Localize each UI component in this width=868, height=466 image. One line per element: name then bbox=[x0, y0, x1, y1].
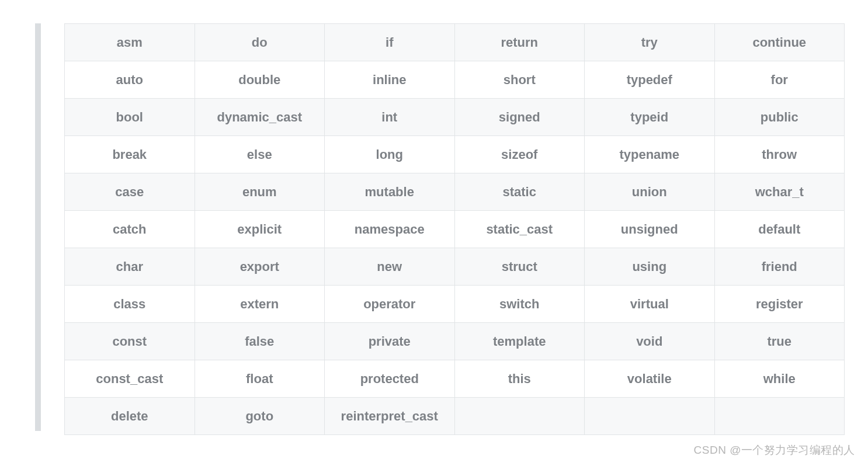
table-row: const false private template void true bbox=[65, 323, 845, 360]
table-cell: public bbox=[714, 99, 845, 136]
table-cell: enum bbox=[195, 173, 325, 211]
table-cell: signed bbox=[454, 99, 585, 136]
table-cell: virtual bbox=[585, 286, 715, 323]
quote-bar bbox=[35, 23, 41, 431]
keywords-table: asm do if return try continue auto doubl… bbox=[64, 23, 845, 435]
table-cell: typeid bbox=[585, 99, 715, 136]
table-row: bool dynamic_cast int signed typeid publ… bbox=[65, 99, 845, 136]
table-cell: template bbox=[454, 323, 585, 360]
table-cell: auto bbox=[65, 61, 195, 99]
table-cell: sizeof bbox=[454, 136, 585, 173]
keywords-table-container: asm do if return try continue auto doubl… bbox=[64, 23, 845, 435]
table-cell: goto bbox=[195, 398, 325, 435]
table-cell: this bbox=[454, 360, 585, 398]
table-cell: void bbox=[585, 323, 715, 360]
table-cell: static_cast bbox=[454, 211, 585, 248]
table-cell: if bbox=[325, 24, 455, 61]
table-cell: union bbox=[585, 173, 715, 211]
table-cell: extern bbox=[195, 286, 325, 323]
table-cell: true bbox=[714, 323, 845, 360]
table-cell: float bbox=[195, 360, 325, 398]
table-cell: struct bbox=[454, 248, 585, 286]
table-row: const_cast float protected this volatile… bbox=[65, 360, 845, 398]
table-cell: case bbox=[65, 173, 195, 211]
table-cell: switch bbox=[454, 286, 585, 323]
table-cell: using bbox=[585, 248, 715, 286]
table-cell bbox=[454, 398, 585, 435]
table-cell: char bbox=[65, 248, 195, 286]
table-cell: catch bbox=[65, 211, 195, 248]
table-cell: namespace bbox=[325, 211, 455, 248]
table-cell: inline bbox=[325, 61, 455, 99]
table-cell: return bbox=[454, 24, 585, 61]
table-cell: typename bbox=[585, 136, 715, 173]
table-cell: bool bbox=[65, 99, 195, 136]
table-row: asm do if return try continue bbox=[65, 24, 845, 61]
table-cell: long bbox=[325, 136, 455, 173]
table-cell: double bbox=[195, 61, 325, 99]
table-cell: while bbox=[714, 360, 845, 398]
table-cell: reinterpret_cast bbox=[325, 398, 455, 435]
table-cell: const bbox=[65, 323, 195, 360]
table-cell: operator bbox=[325, 286, 455, 323]
table-cell: const_cast bbox=[65, 360, 195, 398]
table-cell bbox=[714, 398, 845, 435]
table-row: case enum mutable static union wchar_t bbox=[65, 173, 845, 211]
table-cell: explicit bbox=[195, 211, 325, 248]
table-cell: typedef bbox=[585, 61, 715, 99]
table-cell: friend bbox=[714, 248, 845, 286]
table-cell: short bbox=[454, 61, 585, 99]
table-cell: else bbox=[195, 136, 325, 173]
table-cell: throw bbox=[714, 136, 845, 173]
table-row: break else long sizeof typename throw bbox=[65, 136, 845, 173]
table-cell: for bbox=[714, 61, 845, 99]
table-row: auto double inline short typedef for bbox=[65, 61, 845, 99]
table-cell: continue bbox=[714, 24, 845, 61]
table-cell: static bbox=[454, 173, 585, 211]
table-cell: unsigned bbox=[585, 211, 715, 248]
table-cell: asm bbox=[65, 24, 195, 61]
table-cell: class bbox=[65, 286, 195, 323]
table-cell: protected bbox=[325, 360, 455, 398]
table-cell: do bbox=[195, 24, 325, 61]
table-row: char export new struct using friend bbox=[65, 248, 845, 286]
table-cell: wchar_t bbox=[714, 173, 845, 211]
watermark-text: CSDN @一个努力学习编程的人 bbox=[694, 443, 855, 458]
table-cell: mutable bbox=[325, 173, 455, 211]
table-cell: volatile bbox=[585, 360, 715, 398]
table-cell: try bbox=[585, 24, 715, 61]
table-cell: false bbox=[195, 323, 325, 360]
table-cell: int bbox=[325, 99, 455, 136]
table-cell: delete bbox=[65, 398, 195, 435]
table-row: delete goto reinterpret_cast bbox=[65, 398, 845, 435]
table-cell: export bbox=[195, 248, 325, 286]
table-cell: register bbox=[714, 286, 845, 323]
table-cell bbox=[585, 398, 715, 435]
table-row: catch explicit namespace static_cast uns… bbox=[65, 211, 845, 248]
table-cell: break bbox=[65, 136, 195, 173]
table-cell: default bbox=[714, 211, 845, 248]
table-cell: private bbox=[325, 323, 455, 360]
table-row: class extern operator switch virtual reg… bbox=[65, 286, 845, 323]
table-cell: dynamic_cast bbox=[195, 99, 325, 136]
table-cell: new bbox=[325, 248, 455, 286]
